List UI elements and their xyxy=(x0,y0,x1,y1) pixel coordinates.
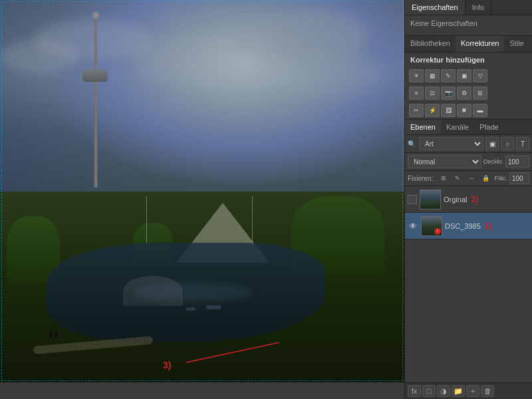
tower-ball xyxy=(92,12,99,19)
adj-brightness-icon[interactable]: ☀ xyxy=(409,69,424,82)
layers-tabs: Ebenen Kanäle Pfade xyxy=(405,120,532,135)
adj-hue-icon[interactable]: ⚖ xyxy=(425,86,440,100)
properties-tabs: Eigenschaften Info xyxy=(405,0,532,15)
properties-section: Eigenschaften Info Keine Eigenschaften xyxy=(405,0,532,36)
layer-info-dsc3985: DSC_3985 1) xyxy=(445,221,529,231)
layer-visibility-checkbox-original[interactable] xyxy=(408,195,417,204)
adj-channelmixer-icon[interactable]: ⊞ xyxy=(473,86,487,100)
layer-name-original: Orginal 2) xyxy=(444,196,478,203)
layer-visibility-icon-dsc3985[interactable]: 👁 xyxy=(408,221,418,231)
adj-posterize-icon[interactable]: ⚡ xyxy=(425,104,440,117)
lake-highlight xyxy=(133,283,253,303)
person-1 xyxy=(50,331,53,337)
fix-position-icon[interactable]: ⊞ xyxy=(438,173,450,184)
properties-content: Keine Eigenschaften xyxy=(405,15,532,35)
fix-lock-icon[interactable]: 🔒 xyxy=(479,173,491,184)
fill-input[interactable] xyxy=(509,172,529,184)
fix-move-icon[interactable]: ↔ xyxy=(466,173,477,184)
adj-invert-icon[interactable]: ✂ xyxy=(409,104,424,117)
layer-delete-btn[interactable]: 🗑 xyxy=(481,385,494,397)
opacity-input[interactable] xyxy=(505,156,529,168)
layers-filter-select[interactable]: Art xyxy=(419,137,483,150)
layer-thumbnail-dsc3985: ! xyxy=(421,216,442,236)
tab-eigenschaften[interactable]: Eigenschaften xyxy=(405,0,466,15)
add-mask-btn[interactable]: ○ xyxy=(501,137,514,150)
blend-mode-select[interactable]: NormalMultiplyScreenOverlay xyxy=(408,155,481,168)
layer-info-original: Orginal 2) xyxy=(444,195,529,204)
layer-group-btn[interactable]: 📁 xyxy=(452,385,465,397)
layer-item-original[interactable]: Orginal 2) xyxy=(405,186,532,213)
adj-gradient-icon[interactable]: ✖ xyxy=(457,104,471,117)
adjustments-title: Korrektur hinzufügen xyxy=(405,53,532,67)
canvas-area: 3) xyxy=(0,0,404,399)
fill-label: Fläc. xyxy=(494,175,507,182)
person-2 xyxy=(55,331,58,337)
tab-info[interactable]: Info xyxy=(466,0,491,15)
adjustments-tabs: Bibliotheken Korrekturen Stile xyxy=(405,36,532,53)
tab-ebenen[interactable]: Ebenen xyxy=(405,120,441,134)
adj-threshold-icon[interactable]: ▽ xyxy=(473,69,487,82)
adj-colorbalance-icon[interactable]: 📷 xyxy=(441,86,456,100)
adj-exposure-icon[interactable]: ▣ xyxy=(457,69,471,82)
tab-korrekturen[interactable]: Korrekturen xyxy=(456,36,504,52)
layers-section: Ebenen Kanäle Pfade 🔍 Art ▣ ○ T NormalMu… xyxy=(405,120,532,399)
adj-pattern-icon[interactable]: ▬ xyxy=(473,104,487,117)
layer-adj-btn[interactable]: ◑ xyxy=(437,385,450,397)
tab-kanaele[interactable]: Kanäle xyxy=(441,120,474,134)
adj-icons-row-1: ☀ ▦ ✎ ▣ ▽ xyxy=(405,67,532,84)
adj-vibrance-icon[interactable]: ≡ xyxy=(409,86,424,100)
tab-pfade[interactable]: Pfade xyxy=(474,120,504,134)
fix-paint-icon[interactable]: ✎ xyxy=(452,173,464,184)
layer-thumbnail-original xyxy=(420,190,441,209)
layer-text-btn[interactable]: T xyxy=(516,137,529,150)
layer-item-dsc3985[interactable]: 👁 ! DSC_3985 1) xyxy=(405,213,532,239)
tab-stile[interactable]: Stile xyxy=(504,36,529,52)
cloud-6 xyxy=(266,53,386,96)
layer-new-btn[interactable]: + xyxy=(466,385,479,397)
adj-curves-icon[interactable]: ▦ xyxy=(425,69,440,82)
tent-cables xyxy=(146,196,253,249)
layer-number-original: 2) xyxy=(471,196,479,203)
search-icon: 🔍 xyxy=(408,140,416,148)
layers-filter-toolbar: 🔍 Art ▣ ○ T xyxy=(405,135,532,153)
tab-bibliotheken[interactable]: Bibliotheken xyxy=(405,36,456,52)
main-image: 3) xyxy=(0,0,404,382)
no-properties-text: Keine Eigenschaften xyxy=(410,19,477,27)
svg-line-0 xyxy=(186,342,279,362)
new-group-btn[interactable]: ▣ xyxy=(485,137,499,150)
adj-solidcolor-icon[interactable]: 🖼 xyxy=(441,104,456,117)
layer-number-dsc3985: 1) xyxy=(485,222,492,230)
layer-fx-btn[interactable]: fx xyxy=(408,385,421,397)
adj-photofilter-icon[interactable]: ♻ xyxy=(457,86,471,100)
cloud-5 xyxy=(0,40,80,73)
tower-disc xyxy=(82,70,108,82)
adjustments-section: Bibliotheken Korrekturen Stile Korrektur… xyxy=(405,36,532,120)
adj-icons-row-3: ✂ ⚡ 🖼 ✖ ▬ xyxy=(405,102,532,119)
layer-name-dsc3985: DSC_3985 1) xyxy=(445,222,492,230)
opacity-label: Deckkr. xyxy=(483,158,503,165)
layers-footer: fx □ ◑ 📁 + 🗑 xyxy=(405,382,532,399)
arrow-svg xyxy=(133,329,293,369)
canvas-status-bar xyxy=(0,382,404,399)
fix-row: Fixieren: ⊞ ✎ ↔ 🔒 Fläc. xyxy=(405,171,532,186)
boat-1 xyxy=(206,305,221,309)
fix-label: Fixieren: xyxy=(408,175,433,182)
blend-mode-row: NormalMultiplyScreenOverlay Deckkr. xyxy=(405,153,532,171)
layer-mask-btn[interactable]: □ xyxy=(422,385,436,397)
adj-levels-icon[interactable]: ✎ xyxy=(441,69,456,82)
layers-list: Orginal 2) 👁 ! DSC_3985 1) xyxy=(405,186,532,382)
adj-icons-row-2: ≡ ⚖ 📷 ♻ ⊞ xyxy=(405,84,532,102)
label-3: 3) xyxy=(163,360,171,370)
boat-2 xyxy=(186,307,196,311)
right-panel: Eigenschaften Info Keine Eigenschaften B… xyxy=(404,0,532,399)
